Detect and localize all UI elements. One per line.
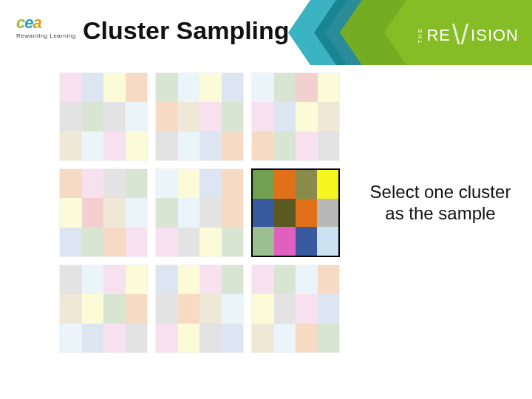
cell [318,265,340,294]
brand-the: THE [417,27,423,44]
cell [200,324,222,352]
cell [222,294,244,323]
cell [156,132,178,160]
cluster-grid [59,72,340,353]
cluster [59,72,148,161]
cell [253,170,274,199]
cell [274,132,296,160]
cell [296,132,318,160]
cell [222,73,244,102]
cell [82,102,104,131]
cell [103,228,126,256]
cell [296,199,317,228]
cell [200,198,222,227]
cell [318,324,340,352]
cell [274,170,296,199]
cell [156,228,178,256]
cell [318,132,340,160]
cell [178,228,200,256]
brand-post: ISION [471,26,519,45]
cell [60,198,82,227]
cell [103,324,126,352]
cluster [59,168,148,257]
cell [200,169,222,198]
cell [222,198,244,227]
cell [126,132,148,160]
cell [156,73,178,102]
cluster [155,168,244,257]
cell [222,324,244,352]
cell [82,198,104,227]
cell [200,228,222,256]
cell [60,228,82,256]
cell [156,198,178,227]
cell [274,294,296,323]
cell [103,294,126,323]
cell [156,169,178,198]
cell [274,265,296,294]
cell [222,132,244,160]
cell [317,170,338,199]
cell [178,73,200,102]
cell [318,102,340,131]
cluster [251,265,340,353]
cell [200,265,222,294]
cell [126,102,148,131]
cell [178,294,200,323]
cell [82,73,104,102]
cell [252,294,274,323]
cell [274,73,296,102]
cell [82,265,104,294]
cluster-selected [251,168,340,257]
cell [126,265,148,294]
cell [156,102,178,131]
cell [60,324,82,352]
cell [156,265,178,294]
cell [178,324,200,352]
cell [318,294,340,323]
caption-line1: Select one cluster [370,182,511,202]
cell [178,102,200,131]
cell [296,73,318,102]
cell [60,294,82,323]
cell [103,169,126,198]
cell [103,102,126,131]
logo-letter-c: c [16,13,24,32]
cell [82,324,104,352]
cell [317,199,338,228]
cell [200,132,222,160]
cell [274,199,296,228]
cell [178,132,200,160]
cluster [251,72,340,161]
logo-letter-e: e [24,13,33,32]
cell [252,73,274,102]
cell [60,73,82,102]
logo-main: cea [16,13,76,33]
header-chevrons: THE RE\/ISION [281,0,532,65]
cell [60,132,82,160]
cell [60,102,82,131]
cell [103,132,126,160]
revision-brand: THE RE\/ISION [417,19,519,51]
cell [156,324,178,352]
cell [126,324,148,352]
cell [252,324,274,352]
cea-logo: cea Rewarding Learning [16,13,76,39]
cell [253,227,274,256]
cell [274,102,296,131]
cell [317,227,338,256]
cell [252,132,274,160]
caption-line2: as the sample [385,203,495,223]
cell [222,265,244,294]
cell [274,324,296,352]
brand-sep: \/ [452,19,469,51]
cell [178,198,200,227]
cell [200,102,222,131]
cell [296,170,317,199]
cell [296,102,318,131]
cell [60,169,82,198]
cell [82,132,104,160]
cell [200,73,222,102]
cell [253,199,274,228]
cell [252,265,274,294]
